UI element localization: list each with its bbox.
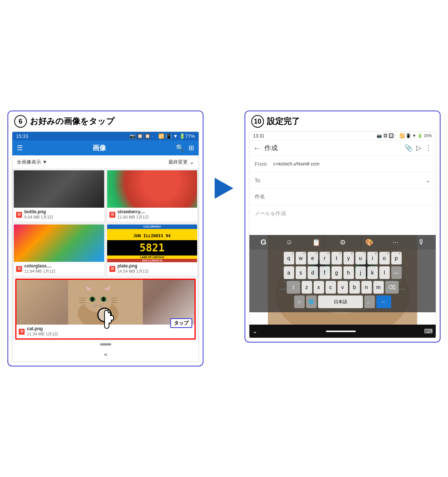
key-u[interactable]: 7u [355, 252, 366, 264]
scroll-indicator [12, 341, 199, 348]
filter-left[interactable]: 全画像表示 ▼ [17, 159, 47, 165]
mic-icon[interactable]: 🎙 [416, 238, 427, 247]
step-number-right: 10 [251, 115, 264, 128]
sort-chevron: ⌄ [189, 158, 194, 165]
key-q[interactable]: 1q [284, 252, 294, 264]
more-keys-icon[interactable]: ··· [391, 238, 401, 247]
keyboard-rows: 1q 2w 3e 4r 5t 6y 7u 8i 9o 0p a s [249, 250, 436, 312]
key-h[interactable]: h [343, 266, 354, 279]
key-e[interactable]: 3e [308, 252, 318, 264]
phone-screen-right: 13:31 📷 🖼 🔲 · 🔁 📳 ▼ 🔋 15% ← 作成 📎 ▷ ⋮ Fro… [249, 131, 436, 338]
key-row-2: a s d f g h j k l — [251, 266, 434, 279]
left-panel-title: お好みの画像をタップ [30, 116, 115, 127]
status-bar-left: 15:33 📷 🔲 🔲 · 🔁 📳 ▼ 🔋77% [12, 132, 199, 140]
subject-field[interactable]: 件名 [249, 189, 436, 205]
image-cell-bottle[interactable]: 🖼 bottle.png 9.04 MB 1月1日 [14, 170, 104, 222]
compose-title: 作成 [264, 143, 401, 152]
status-icons-left: 📷 🔲 🔲 · 🔁 📳 ▼ 🔋77% [130, 133, 195, 139]
send-icon[interactable]: ▷ [416, 144, 421, 152]
key-m[interactable]: m [373, 281, 384, 294]
scroll-dot [100, 343, 111, 346]
key-row-3: ⇧ z x c v b n m ⌫ [251, 281, 434, 294]
key-j[interactable]: j [355, 266, 366, 279]
nav-keyboard-icon[interactable]: ⌨ [424, 328, 433, 335]
right-panel-title: 設定完了 [267, 116, 300, 127]
key-space[interactable]: 日本語 [318, 295, 363, 308]
key-i[interactable]: 8i [367, 252, 378, 264]
sort-label: 最終変更 [168, 159, 188, 165]
key-y[interactable]: 6y [343, 252, 354, 264]
filter-bar: 全画像表示 ▼ 最終変更 ⌄ [12, 155, 199, 169]
to-chevron[interactable]: ⌄ [426, 177, 430, 184]
keyboard-area: G ☺ 📋 ⚙ 🎨 ··· 🎙 1q 2w 3e 4r [249, 235, 436, 325]
arrow-right-icon [215, 178, 233, 199]
key-l[interactable]: l [379, 266, 390, 279]
email-form: From c+kcloch.u%xmll ccm To ⌄ 件名 メールを作成 [249, 156, 436, 235]
key-o[interactable]: 9o [379, 252, 390, 264]
key-n[interactable]: n [361, 281, 372, 294]
key-k[interactable]: k [367, 266, 378, 279]
bottle-thumb [14, 170, 104, 208]
home-indicator[interactable] [326, 331, 356, 332]
key-backspace[interactable]: ⌫ [385, 281, 399, 294]
bottle-icon: 🖼 [16, 212, 22, 218]
bottle-info: 🖼 bottle.png 9.04 MB 1月1日 [14, 208, 104, 222]
cat-size: 11.34 MB 1月1日 [27, 331, 58, 337]
bottle-name: bottle.png [24, 209, 53, 214]
back-button-email[interactable]: ← [253, 144, 261, 152]
key-f[interactable]: f [320, 266, 330, 279]
colorglass-name: colorglass.... [24, 263, 56, 269]
key-r[interactable]: 4r [320, 252, 330, 264]
key-b[interactable]: b [349, 281, 360, 294]
key-g[interactable]: g [332, 266, 342, 279]
back-button-left[interactable]: ＜ [103, 351, 109, 359]
image-cell-plate[interactable]: COLORADO JUN ILLINOIS 94 5821 LAND OF LI… [107, 224, 197, 276]
bottle-size: 9.04 MB 1月1日 [24, 214, 53, 220]
key-x[interactable]: x [314, 281, 324, 294]
left-panel: 6 お好みの画像をタップ 15:33 📷 🔲 🔲 · 🔁 📳 ▼ 🔋77% ☰ … [7, 111, 203, 366]
settings-icon[interactable]: ⚙ [337, 238, 348, 247]
colorglass-size: 11.94 MB 1月1日 [24, 269, 56, 274]
from-value: c+kcloch.u%xmll ccm [273, 161, 430, 167]
nav-bar-left: ＜ [12, 348, 199, 362]
search-icon[interactable]: 🔍 [176, 144, 184, 152]
key-v[interactable]: v [337, 281, 348, 294]
to-field[interactable]: To ⌄ [249, 172, 436, 189]
key-z[interactable]: z [302, 281, 312, 294]
key-t[interactable]: 5t [332, 252, 342, 264]
cat-icon: 🖼 [19, 329, 25, 335]
key-emoji[interactable]: ☺ [294, 295, 305, 308]
google-g-icon[interactable]: G [258, 237, 269, 247]
right-panel-header: 10 設定完了 [245, 111, 440, 131]
key-c[interactable]: c [326, 281, 336, 294]
key-s[interactable]: s [296, 266, 306, 279]
strawberry-icon: 🖼 [109, 212, 115, 218]
key-language[interactable]: 🌐 [306, 295, 317, 308]
key-enter[interactable]: ← [376, 295, 391, 308]
key-a[interactable]: a [284, 266, 294, 279]
tap-cursor-icon [96, 307, 115, 325]
key-period[interactable]: 。 [364, 295, 375, 308]
key-w[interactable]: 2w [296, 252, 306, 264]
from-label: From [255, 161, 273, 167]
colorglass-thumb [14, 224, 104, 262]
clipboard-icon[interactable]: 📋 [310, 238, 323, 247]
cat-cell-highlighted[interactable]: タップ 🖼 cat.png 11.34 MB 1月1日 [15, 279, 196, 340]
nav-back-icon[interactable]: ⌄ [252, 328, 257, 335]
more-icon[interactable]: ⋮ [425, 144, 432, 152]
attach-icon[interactable]: 📎 [404, 144, 413, 152]
themes-icon[interactable]: 🎨 [363, 238, 376, 247]
svg-point-14 [91, 297, 94, 301]
email-body[interactable]: メールを作成 [249, 205, 436, 235]
key-dash[interactable]: — [391, 266, 402, 279]
image-cell-strawberry[interactable]: 🖼 strawberry.... 11.66 MB 1月1日 [107, 170, 197, 222]
image-cell-colorglass[interactable]: 🖼 colorglass.... 11.94 MB 1月1日 [14, 224, 104, 276]
grid-icon[interactable]: ⊞ [189, 144, 194, 152]
strawberry-name: strawberry.... [118, 209, 149, 214]
key-d[interactable]: d [308, 266, 318, 279]
filter-right[interactable]: 最終変更 ⌄ [168, 158, 194, 165]
hamburger-icon[interactable]: ☰ [17, 144, 23, 152]
emoji-icon[interactable]: ☺ [284, 238, 295, 247]
key-shift[interactable]: ⇧ [287, 281, 300, 294]
key-p[interactable]: 0p [391, 252, 402, 264]
